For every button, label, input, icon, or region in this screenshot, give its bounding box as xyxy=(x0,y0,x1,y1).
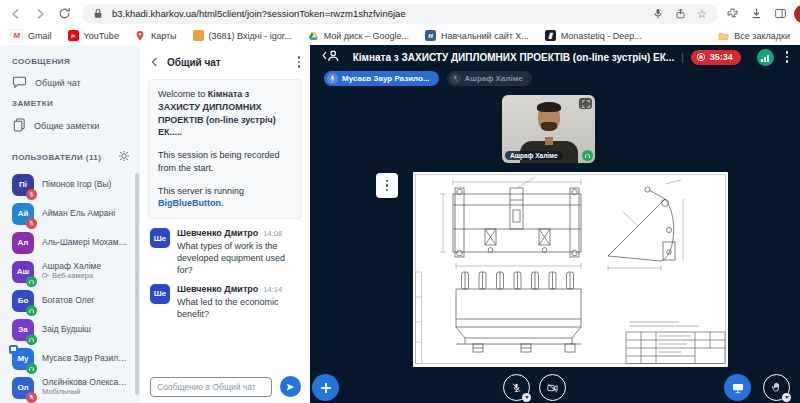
hand-options-chevron[interactable] xyxy=(782,393,791,402)
bookmark-monastetiq[interactable]: ▮ Monastetiq - Deep... xyxy=(545,30,642,41)
bookmark-drive[interactable]: Мой диск – Google... xyxy=(308,30,409,41)
presentation-slide[interactable] xyxy=(413,172,728,367)
raise-hand-button[interactable] xyxy=(763,374,790,401)
restore-presentation-button[interactable] xyxy=(724,374,751,401)
webcam-video[interactable]: Ашраф Халіме xyxy=(502,95,595,163)
send-message-button[interactable] xyxy=(280,376,301,397)
muted-mic-badge-icon xyxy=(26,189,37,200)
user-list-item[interactable]: За Заід Будшіш xyxy=(0,315,140,344)
user-list-item[interactable]: Ай Айман Ель Амрані xyxy=(0,199,140,228)
user-list-item[interactable]: Пі Пімонов Ігор (Вы) xyxy=(0,170,140,199)
send-icon xyxy=(286,382,295,392)
gmail-icon: M xyxy=(10,29,23,42)
mute-button[interactable] xyxy=(503,374,530,401)
sidebar-item-label: Общие заметки xyxy=(34,121,99,131)
bookmark-gmail[interactable]: M Gmail xyxy=(10,29,52,42)
chat-bubble-icon xyxy=(12,75,27,91)
back-icon[interactable] xyxy=(6,4,26,24)
toggle-userlist-icon[interactable] xyxy=(322,48,341,66)
mic-on-icon xyxy=(327,73,338,84)
chat-back-icon[interactable] xyxy=(150,53,159,71)
downloads-icon[interactable] xyxy=(746,4,766,24)
forward-icon[interactable] xyxy=(30,4,50,24)
sidebar-item-shared-notes[interactable]: Общие заметки xyxy=(0,113,140,138)
meeting-stage: Кімната з ЗАХИСТУ ДИПЛОМНИХ ПРОЕКТІВ (on… xyxy=(310,45,800,403)
maps-pin-icon xyxy=(135,30,146,41)
avatar: Ол xyxy=(12,377,34,399)
avatar: Ал xyxy=(12,232,34,254)
bookmark-maps[interactable]: Карты xyxy=(135,30,177,41)
padlock-icon xyxy=(90,6,106,22)
recording-indicator[interactable]: 35:34 xyxy=(691,50,741,65)
bookmarks-bar: M Gmail ▸ YouTube Карты (3681) Вхідні - … xyxy=(0,27,800,44)
bookmark-site[interactable]: н Навчальний сайт Х... xyxy=(425,30,529,41)
muted-mic-badge-icon xyxy=(26,392,37,403)
bookmark-youtube[interactable]: ▸ YouTube xyxy=(68,30,119,41)
technical-drawing xyxy=(413,172,728,367)
voice-search-icon[interactable] xyxy=(650,6,666,22)
kebab-icon xyxy=(386,180,389,192)
message-author: Шевченко Дмитро xyxy=(177,228,258,238)
drive-icon xyxy=(308,30,319,41)
mic-muted-icon xyxy=(450,73,461,84)
avatar: Ай xyxy=(12,203,34,225)
chat-welcome-message: Welcome to Кімната з ЗАХИСТУ ДИПЛОМНИХ П… xyxy=(148,79,302,219)
user-list-item[interactable]: Бо Богатов Олег xyxy=(0,286,140,315)
bookmark-star-icon[interactable]: ☆ xyxy=(694,6,710,22)
hand-icon xyxy=(770,381,783,394)
muted-mic-badge-icon xyxy=(26,218,37,229)
user-list-item[interactable]: Ол Олєйнікова Олександра Мобільный xyxy=(0,373,140,402)
message-author: Шевченко Дмитро xyxy=(177,284,258,294)
share-icon[interactable] xyxy=(672,6,688,22)
bookmark-inbox[interactable]: (3681) Вхідні - igor... xyxy=(193,30,292,41)
camera-off-icon xyxy=(546,381,559,395)
avatar: Аш xyxy=(12,261,34,283)
profile-avatar[interactable]: И xyxy=(794,5,800,23)
monastetiq-icon: ▮ xyxy=(545,30,556,41)
side-panel-icon[interactable] xyxy=(770,4,790,24)
user-list-item[interactable]: Му Мусаєв Заур Разилович xyxy=(0,344,140,373)
webcam-mini-icon xyxy=(42,273,49,279)
left-sidebar: СООБЩЕНИЯ Общий чат ЗАМЕТКИ Общие заметк… xyxy=(0,45,140,403)
camera-button[interactable] xyxy=(539,374,566,401)
sidebar-item-public-chat[interactable]: Общий чат xyxy=(0,71,140,95)
webcam-listen-badge-icon xyxy=(582,150,593,161)
userlist-scrollbar[interactable] xyxy=(135,173,139,395)
users-settings-gear-icon[interactable] xyxy=(118,148,130,166)
talking-indicator-active[interactable]: Мусаєв Заур Разило... xyxy=(324,71,439,86)
whiteboard-options-button[interactable] xyxy=(376,173,398,198)
meeting-options-icon[interactable] xyxy=(786,51,789,63)
message-text: What types of work is the developed equi… xyxy=(177,240,300,276)
users-header: ПОЛЬЗОВАТЕЛИ (11) xyxy=(12,153,101,162)
site-icon: н xyxy=(425,30,436,41)
webcam-fullscreen-icon[interactable] xyxy=(579,98,592,109)
browser-toolbar: b3.khadi.kharkov.ua/html5client/join?ses… xyxy=(0,0,800,27)
record-icon xyxy=(696,52,706,62)
chat-message-input[interactable] xyxy=(150,377,272,397)
connection-status-icon[interactable] xyxy=(757,49,774,66)
reload-icon[interactable] xyxy=(54,4,74,24)
user-list-item[interactable]: Ал Аль-Шамері Мохаммед xyxy=(0,228,140,257)
talking-indicator-muted[interactable]: Ашраф Халіме xyxy=(447,71,532,86)
bigbluebutton-link[interactable]: BigBlueButton. xyxy=(158,198,224,208)
meeting-title: Кімната з ЗАХИСТУ ДИПЛОМНИХ ПРОЕКТІВ (on… xyxy=(353,52,674,63)
listen-only-badge-icon xyxy=(26,363,37,374)
chat-message: Ше Шевченко Дмитро 14:14 What led to the… xyxy=(140,277,310,320)
chat-options-icon[interactable] xyxy=(298,56,301,68)
avatar: Бо xyxy=(12,290,34,312)
public-chat-panel: Общий чат Welcome to Кімната з ЗАХИСТУ Д… xyxy=(140,45,310,403)
message-text: What led to the economic benefit? xyxy=(177,296,300,320)
mic-options-chevron[interactable] xyxy=(522,393,531,402)
all-bookmarks[interactable]: Все закладки xyxy=(718,30,790,41)
address-bar[interactable]: b3.khadi.kharkov.ua/html5client/join?ses… xyxy=(82,4,718,24)
user-list-item[interactable]: Аш Ашраф Халіме Веб-камера xyxy=(0,257,140,286)
messages-header: СООБЩЕНИЯ xyxy=(0,57,140,66)
actions-plus-button[interactable] xyxy=(312,374,339,401)
avatar: Пі xyxy=(12,174,34,196)
chat-message: Ше Шевченко Дмитро 14:08 What types of w… xyxy=(140,221,310,276)
bbb-app: СООБЩЕНИЯ Общий чат ЗАМЕТКИ Общие заметк… xyxy=(0,45,800,403)
listen-only-badge-icon xyxy=(26,334,37,345)
mail-icon xyxy=(193,30,204,41)
avatar: За xyxy=(12,319,34,341)
extensions-icon[interactable] xyxy=(722,4,742,24)
